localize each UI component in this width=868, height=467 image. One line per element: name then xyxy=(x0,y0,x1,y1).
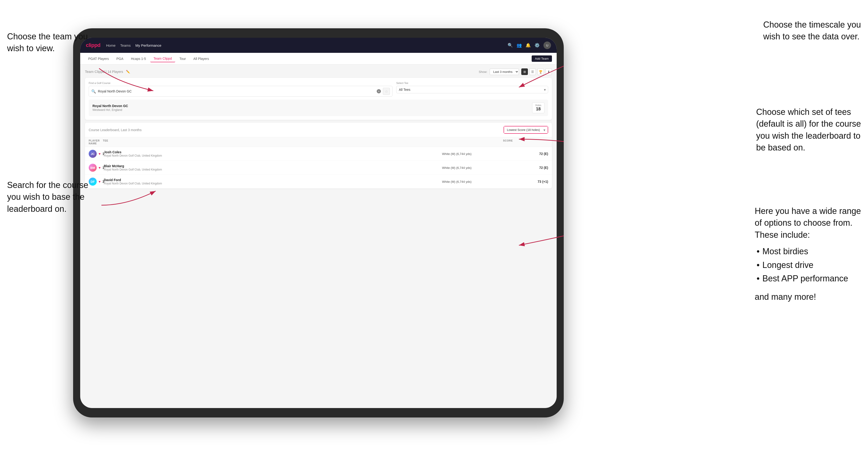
nav-logo: clippd xyxy=(86,42,100,49)
leaderboard-section: Course Leaderboard, Last 3 months Lowest… xyxy=(85,123,552,188)
people-icon[interactable]: 👥 xyxy=(517,43,522,48)
and-more: and many more! xyxy=(755,291,861,303)
player-name-1: Josh Coles xyxy=(104,150,442,154)
holes-badge: Holes 18 xyxy=(532,102,545,113)
avatar-img-3: DF xyxy=(89,178,97,186)
leaderboard-header: Course Leaderboard, Last 3 months Lowest… xyxy=(85,123,552,137)
annotation-top-right: Choose the timescale you wish to see the… xyxy=(763,19,861,43)
table-header-row: PLAYER NAME TEE SCORE xyxy=(85,137,552,147)
player-info-3: David Ford Royal North Devon Golf Club, … xyxy=(103,178,442,185)
sub-nav-pga[interactable]: PGA xyxy=(113,55,127,62)
course-result-name: Royal North Devon GC xyxy=(92,104,128,108)
show-controls: Show: Last 3 months ⊞ ☰ 🏆 ⬇ xyxy=(479,68,552,75)
bell-icon[interactable]: 🔔 xyxy=(526,43,531,48)
bullet-3: • Best APP performance xyxy=(757,272,861,285)
tablet-frame: clippd Home Teams My Performance 🔍 👥 🔔 ⚙… xyxy=(73,28,564,417)
show-label: Show: xyxy=(479,70,487,73)
nav-teams[interactable]: Teams xyxy=(120,43,131,48)
heart-icon-2: ♥ xyxy=(99,166,100,169)
table-row: BM ♥ 1 Blair McHarg Royal North Devon Go… xyxy=(85,161,552,175)
tee-select-wrap: Select Tee All Tees xyxy=(396,82,548,93)
team-title: Team Clippd | 14 Players xyxy=(85,69,124,73)
bullet-list: • Most birdies • Longest drive • Best AP… xyxy=(757,245,861,285)
score-type-select[interactable]: Lowest Score (18 holes) xyxy=(504,126,548,133)
team-title-wrap: Team Clippd | 14 Players ✏️ xyxy=(85,69,130,74)
course-result-info: Royal North Devon GC Westward Ho!, Engla… xyxy=(92,104,128,112)
col-player-name: PLAYER NAME xyxy=(89,139,103,145)
tee-info-1: White (M) (6,744 yds) xyxy=(442,152,513,156)
table-row: DF ♥ 3 David Ford Royal North Devon Golf… xyxy=(85,175,552,188)
tee-info-3: White (M) (6,744 yds) xyxy=(442,180,513,184)
player-name-3: David Ford xyxy=(104,178,442,182)
sub-nav: PGAT Players PGA Hcaps 1-5 Team Clippd T… xyxy=(80,53,557,65)
time-period-select[interactable]: Last 3 months xyxy=(490,69,519,75)
list-view-btn[interactable]: ☰ xyxy=(529,68,536,75)
nav-home[interactable]: Home xyxy=(106,43,116,48)
score-info-2: 72 (E) xyxy=(513,166,548,169)
nav-right: 🔍 👥 🔔 ⚙️ U xyxy=(507,41,551,49)
top-nav: clippd Home Teams My Performance 🔍 👥 🔔 ⚙… xyxy=(80,38,557,53)
tablet-screen: clippd Home Teams My Performance 🔍 👥 🔔 ⚙… xyxy=(80,38,557,408)
sub-nav-hcaps[interactable]: Hcaps 1-5 xyxy=(128,55,149,62)
player-rank-col-3: DF ♥ 3 xyxy=(89,178,103,186)
app-ui: clippd Home Teams My Performance 🔍 👥 🔔 ⚙… xyxy=(80,38,557,408)
annotation-bottom-right: Here you have a wide range of options to… xyxy=(755,205,861,303)
main-content: Team Clippd | 14 Players ✏️ Show: Last 3… xyxy=(80,65,557,408)
trophy-view-btn[interactable]: 🏆 xyxy=(537,68,544,75)
grid-view-btn[interactable]: ⊞ xyxy=(521,68,528,75)
course-search-input-row: 🔍 × ☆ xyxy=(89,86,393,97)
avatar-img-1: JC xyxy=(89,150,97,158)
table-row: JC ♥ 1 Josh Coles Royal North Devon Golf… xyxy=(85,147,552,161)
col-score: SCORE xyxy=(442,139,513,145)
course-result-location: Westward Ho!, England xyxy=(92,108,128,112)
sub-nav-pgat[interactable]: PGAT Players xyxy=(85,55,112,62)
tee-info-2: White (M) (6,744 yds) xyxy=(442,166,513,169)
player-info-1: Josh Coles Royal North Devon Golf Club, … xyxy=(103,150,442,157)
search-row: Find a Golf Course 🔍 × ☆ Select Tee xyxy=(89,82,548,97)
sub-nav-all-players[interactable]: All Players xyxy=(190,55,212,62)
add-team-button[interactable]: Add Team xyxy=(532,55,552,62)
heart-icon-3: ♥ xyxy=(99,180,100,184)
search-icon: 🔍 xyxy=(91,89,96,94)
bullet-2: • Longest drive xyxy=(757,258,861,272)
player-name-2: Blair McHarg xyxy=(104,164,442,168)
col-tee: TEE xyxy=(103,139,442,145)
holes-label: Holes xyxy=(535,104,541,106)
leaderboard-title: Course Leaderboard, Last 3 months xyxy=(89,128,142,132)
view-icons: ⊞ ☰ 🏆 ⬇ xyxy=(521,68,552,75)
tee-select[interactable]: All Tees xyxy=(396,86,548,93)
player-rank-col: JC ♥ 1 xyxy=(89,150,103,158)
sub-nav-tour[interactable]: Tour xyxy=(176,55,189,62)
settings-icon[interactable]: ⚙️ xyxy=(534,43,540,48)
nav-links: Home Teams My Performance xyxy=(106,43,161,48)
download-btn[interactable]: ⬇ xyxy=(545,68,552,75)
annotation-bottom-left: Search for the course you wish to base t… xyxy=(7,179,88,215)
favorite-btn[interactable]: ☆ xyxy=(383,88,390,95)
search-card: Find a Golf Course 🔍 × ☆ Select Tee xyxy=(85,78,552,120)
sub-nav-team-clippd[interactable]: Team Clippd xyxy=(150,55,175,62)
bullet-1: • Most birdies xyxy=(757,245,861,258)
search-icon[interactable]: 🔍 xyxy=(507,43,513,48)
player-info-2: Blair McHarg Royal North Devon Golf Club… xyxy=(103,164,442,171)
nav-my-performance[interactable]: My Performance xyxy=(135,43,161,48)
clear-search-btn[interactable]: × xyxy=(377,89,381,93)
edit-icon[interactable]: ✏️ xyxy=(126,70,130,73)
course-field-label: Find a Golf Course xyxy=(89,82,393,85)
holes-number: 18 xyxy=(535,106,541,112)
score-info-3: 73 (+1) xyxy=(513,180,548,184)
tee-dropdown-wrap: All Tees xyxy=(396,86,548,93)
player-club-2: Royal North Devon Golf Club, United King… xyxy=(104,168,442,171)
course-search-wrap: Find a Golf Course 🔍 × ☆ xyxy=(89,82,393,97)
player-club-3: Royal North Devon Golf Club, United King… xyxy=(104,182,442,185)
player-avatar-3: DF xyxy=(89,178,97,186)
tee-field-label: Select Tee xyxy=(396,82,548,85)
avatar-img-2: BM xyxy=(89,164,97,172)
annotation-top-left: Choose the team you wish to view. xyxy=(7,31,88,55)
course-result: Royal North Devon GC Westward Ho!, Engla… xyxy=(89,99,548,116)
course-search-input[interactable] xyxy=(98,89,375,93)
player-avatar-1: JC xyxy=(89,150,97,158)
player-club-1: Royal North Devon Golf Club, United King… xyxy=(104,154,442,157)
user-avatar[interactable]: U xyxy=(544,41,551,49)
score-type-wrap: Lowest Score (18 holes) xyxy=(503,126,548,134)
player-avatar-2: BM xyxy=(89,164,97,172)
